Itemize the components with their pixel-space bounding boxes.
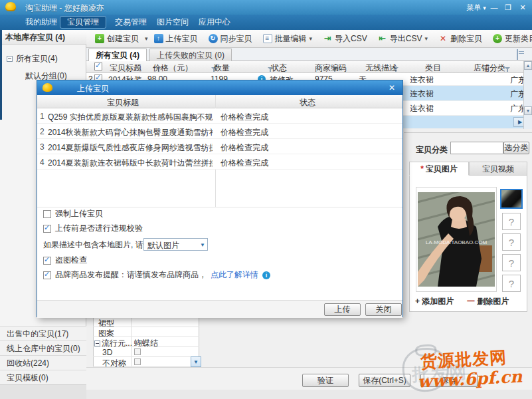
remove-image-button[interactable]: 一 删除图片 — [467, 296, 509, 307]
filter-icon[interactable] — [505, 66, 511, 72]
upload-item-button[interactable]: ↑上传宝贝 — [149, 31, 203, 47]
menu-button[interactable]: 菜单 ▾ — [465, 2, 488, 13]
nav-my-assistant[interactable]: 我的助理 — [19, 16, 64, 29]
svg-text:LA-MODA.TAOBAO.COM: LA-MODA.TAOBAO.COM — [426, 239, 488, 245]
property-row[interactable]: 3D — [93, 347, 199, 357]
table-header: 宝贝标题 价格（元） 数量 状态 商家编码 无线描述 类目 店铺分类 — [86, 61, 532, 73]
option-violation-check[interactable]: 上传前是否进行违规校验 — [43, 223, 143, 234]
export-csv-button[interactable]: ⇤导出CSV▾ — [373, 31, 432, 47]
property-row[interactable]: 裙型 — [93, 317, 199, 327]
details-link[interactable]: 点此了解详情 — [211, 269, 258, 281]
sidebar-item-all-items[interactable]: 所有宝贝(4) — [7, 53, 58, 65]
property-row[interactable]: 图案 — [93, 327, 199, 337]
option-brand-notice[interactable]: 品牌商品发布提醒：请谨慎发布品牌商品， 点此了解详情 i — [43, 269, 270, 281]
dropdown-button[interactable]: ▼ — [191, 356, 201, 367]
tree-collapse-icon[interactable] — [7, 56, 13, 62]
property-checkbox[interactable] — [134, 358, 141, 365]
add-image-button[interactable]: + 添加图片 — [415, 296, 454, 307]
dialog-upload-button[interactable]: 上传 — [324, 303, 361, 316]
sync-icon: ↻ — [209, 34, 218, 43]
main-item-photo: LA-MODA.TAOBAO.COM — [416, 187, 497, 292]
main-nav: 我的助理 宝贝管理 交易管理 图片空间 应用中心 — [0, 15, 532, 30]
dialog-close-button[interactable]: 关闭 — [365, 303, 402, 316]
property-checkbox[interactable] — [134, 348, 141, 355]
option-theft-check[interactable]: 盗图检查 — [43, 255, 87, 266]
thumbnail-empty[interactable]: ? — [502, 254, 521, 271]
nav-app-center[interactable]: 应用中心 — [192, 16, 237, 29]
app-window: 淘宝助理 - 您好颜凌亦 菜单 ▾ — ❐ ✕ 我的助理 宝贝管理 交易管理 图… — [0, 0, 532, 399]
checkbox[interactable] — [43, 271, 51, 279]
create-item-button[interactable]: +创建宝贝 — [90, 31, 143, 47]
nav-image-space[interactable]: 图片空间 — [150, 16, 195, 29]
sidebar-item-selling[interactable]: 出售中的宝贝(17) — [0, 326, 86, 340]
item-status: 价格检查完成 — [221, 127, 268, 138]
chevron-down-icon: ▾ — [483, 5, 486, 11]
item-status: 价格检查完成 — [221, 142, 268, 154]
photo-illustration: LA-MODA.TAOBAO.COM — [418, 192, 495, 287]
update-category-button[interactable]: +更新类目 — [488, 31, 532, 47]
tab-item-video[interactable]: 宝贝视频 — [469, 162, 527, 176]
option-force-upload[interactable]: 强制上传宝贝 — [43, 208, 103, 219]
tab-failed-items[interactable]: 上传失败的宝贝 (0) — [149, 49, 232, 61]
sidebar-header: 本地库存宝贝 (4) — [0, 30, 86, 45]
app-logo-icon — [43, 83, 52, 92]
checkbox[interactable] — [43, 210, 51, 218]
maximize-button[interactable]: ❐ — [502, 2, 514, 13]
bottom-strip — [86, 390, 532, 399]
dialog-list-item[interactable]: 1 Q259 实拍优质原版夏装新款性感韩国裹胸不规则可爱雪纺连... 价格检查完… — [37, 108, 402, 124]
chevron-down-icon[interactable]: ▾ — [145, 35, 148, 42]
item-status: 价格检查完成 — [221, 158, 268, 169]
close-button[interactable]: ✕ — [517, 2, 529, 13]
thumbnail-empty[interactable]: ? — [502, 213, 521, 230]
checkbox[interactable] — [43, 225, 51, 233]
save-secondary-button[interactable]: 保存 — [420, 374, 478, 387]
property-label: 3D — [102, 348, 112, 357]
thumbnail-empty[interactable]: ? — [502, 275, 521, 292]
upload-dialog: 上传宝贝 ✕ 宝贝标题 状态 1 Q259 实拍优质原版夏装新款性感韩国裹胸不规… — [37, 80, 403, 317]
dialog-title: 上传宝贝 — [77, 83, 109, 94]
dialog-list-item[interactable]: 2 2014秋装新款大码背心抹胸包臀显瘦通勤雪纺礼服连衣裙半身... 价格检查完… — [37, 124, 402, 139]
col-qty: 数量 — [214, 63, 230, 74]
divider — [37, 207, 402, 207]
nav-item-management[interactable]: 宝贝管理 — [60, 16, 106, 29]
item-category-input[interactable] — [450, 142, 503, 154]
sync-item-button[interactable]: ↻同步宝贝 — [204, 31, 257, 47]
tree-collapse-icon[interactable] — [94, 340, 100, 346]
info-icon: i — [262, 271, 270, 279]
validate-button[interactable]: 验证 — [302, 374, 349, 387]
dialog-list-item[interactable]: 4 2014夏装新款连衣裙韩版中长款荷叶边蕾丝拼接雪纺连衣裙韩... 价格检查完… — [37, 154, 402, 170]
image-category-dropdown[interactable]: 默认图片 ▼ — [143, 238, 208, 251]
table-scrollbar[interactable] — [523, 61, 532, 129]
import-csv-button[interactable]: ⇥导入CSV — [318, 31, 372, 47]
property-row[interactable]: 不对称 — [93, 357, 199, 367]
batch-edit-button[interactable]: ≡批量编辑▾ — [258, 31, 317, 47]
export-icon: ⇤ — [378, 34, 387, 43]
panel-toggle-icon[interactable] — [517, 49, 518, 60]
sidebar-item-online-warehouse[interactable]: 线上仓库中的宝贝(0) — [0, 340, 86, 355]
minimize-button[interactable]: — — [488, 2, 500, 13]
sidebar-accent — [0, 30, 2, 120]
col-wireless: 无线描述 — [365, 63, 397, 74]
required-icon: * — [420, 164, 424, 174]
sidebar-item-recycle-bin[interactable]: 回收站(224) — [0, 355, 86, 370]
sidebar-item-template[interactable]: 宝贝模板(0) — [0, 370, 86, 384]
dialog-close-icon[interactable]: ✕ — [387, 82, 397, 93]
checkbox[interactable] — [43, 257, 51, 265]
save-button[interactable]: 保存(Ctrl+S) — [359, 374, 410, 387]
select-category-button[interactable]: 选分类 — [503, 142, 529, 154]
select-all-checkbox[interactable] — [94, 63, 102, 70]
nav-trade-management[interactable]: 交易管理 — [108, 16, 153, 29]
delete-item-button[interactable]: ✕删除宝贝 — [434, 31, 487, 47]
tab-item-image[interactable]: *宝贝图片 — [409, 162, 469, 176]
thumbnail-selected[interactable] — [500, 189, 523, 209]
refresh-plus-icon: + — [493, 34, 502, 43]
dialog-list-item[interactable]: 3 2014夏新爆版气质性感夜店修身网纱透视雪纺拼接开叉长裙连... 价格检查完… — [37, 139, 402, 154]
tab-all-items[interactable]: 所有宝贝 (4) — [88, 49, 147, 62]
row-number: 2 — [40, 127, 44, 136]
dropdown-value: 默认图片 — [147, 240, 179, 251]
thumbnail-empty[interactable]: ? — [502, 233, 521, 251]
property-row[interactable]: 流行元...蝴蝶结 — [93, 337, 199, 347]
scroll-down-icon[interactable]: ▼ — [524, 106, 532, 115]
scroll-up-icon[interactable]: ▲ — [524, 61, 532, 70]
content-tabstrip: 所有宝贝 (4) 上传失败的宝贝 (0) — [86, 48, 532, 61]
